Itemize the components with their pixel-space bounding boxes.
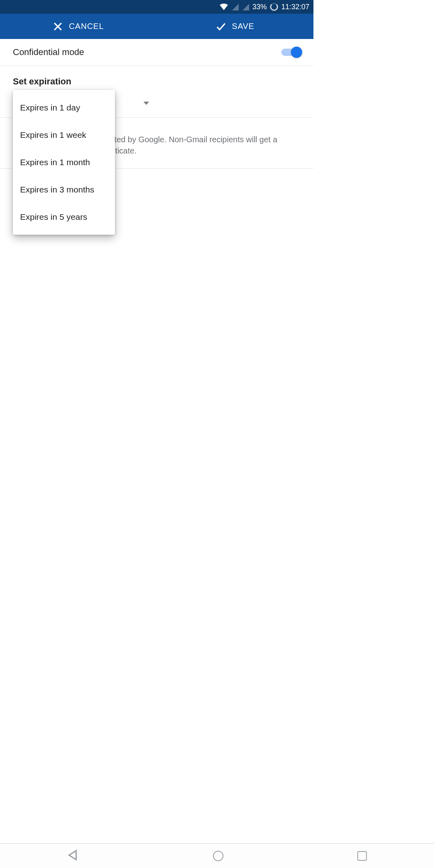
- chevron-down-icon: [143, 102, 149, 105]
- confidential-mode-toggle[interactable]: [281, 49, 301, 56]
- no-sim-icon-1: [231, 3, 239, 10]
- status-bar: 33% 11:32:07: [0, 0, 313, 14]
- expiration-option[interactable]: Expires in 1 week: [13, 121, 115, 149]
- wifi-icon: [219, 2, 228, 11]
- set-expiration-title: Set expiration: [0, 66, 313, 91]
- expiration-option[interactable]: Expires in 5 years: [13, 203, 115, 231]
- confidential-mode-label: Confidential mode: [13, 47, 281, 57]
- clock: 11:32:07: [281, 3, 309, 11]
- no-sim-icon-2: [242, 3, 249, 10]
- expiration-dropdown-menu: Expires in 1 day Expires in 1 week Expir…: [13, 90, 115, 235]
- cancel-button[interactable]: CANCEL: [0, 14, 157, 39]
- expiration-option[interactable]: Expires in 1 day: [13, 94, 115, 121]
- check-icon: [216, 21, 226, 32]
- save-button[interactable]: SAVE: [157, 14, 313, 39]
- sync-spinner-icon: [270, 3, 278, 11]
- app-bar: CANCEL SAVE: [0, 14, 313, 39]
- save-label: SAVE: [232, 22, 254, 31]
- cancel-label: CANCEL: [69, 22, 104, 31]
- expiration-option[interactable]: Expires in 1 month: [13, 149, 115, 176]
- battery-percentage: 33%: [252, 3, 267, 11]
- confidential-mode-row[interactable]: Confidential mode: [0, 39, 313, 66]
- expiration-option[interactable]: Expires in 3 months: [13, 176, 115, 203]
- close-icon: [53, 21, 63, 32]
